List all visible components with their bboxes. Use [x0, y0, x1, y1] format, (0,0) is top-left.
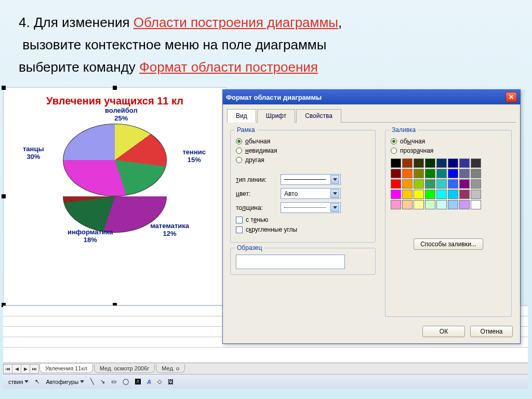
- color-swatch[interactable]: [459, 158, 470, 168]
- color-swatch[interactable]: [448, 169, 458, 178]
- cancel-button[interactable]: Отмена: [470, 326, 513, 337]
- color-swatch[interactable]: [425, 169, 435, 178]
- color-swatch[interactable]: [448, 158, 458, 168]
- sheet-nav-last-icon[interactable]: ⏭: [30, 364, 39, 374]
- pie-label-tennis: теннис15%: [182, 149, 206, 164]
- dialog-tabs: Вид Шрифт Свойства: [227, 109, 516, 123]
- color-swatch[interactable]: [414, 169, 424, 178]
- radio-fill-normal[interactable]: обычная: [391, 138, 506, 145]
- tab-properties[interactable]: Свойства: [296, 109, 341, 123]
- wordart-tool-icon[interactable]: A: [145, 378, 153, 386]
- tab-view[interactable]: Вид: [227, 109, 256, 123]
- color-swatch[interactable]: [402, 200, 413, 209]
- textbox-tool-icon[interactable]: 🅰: [133, 378, 143, 386]
- color-swatch[interactable]: [402, 158, 413, 168]
- color-swatch[interactable]: [391, 190, 401, 199]
- close-icon[interactable]: ✕: [506, 92, 517, 102]
- pie-label-volleyball: волейбол25%: [105, 107, 138, 123]
- color-swatch[interactable]: [471, 169, 481, 178]
- actions-menu[interactable]: ствия: [6, 378, 31, 386]
- combo-color[interactable]: Авто: [281, 188, 341, 199]
- instruction-text: 4. Для изменения Области построения диаг…: [0, 0, 532, 85]
- checkbox-shadow[interactable]: с тенью: [236, 216, 370, 223]
- dialog-titlebar[interactable]: Формат области диаграммы ✕: [223, 90, 520, 104]
- color-swatch[interactable]: [391, 169, 401, 178]
- radio-frame-other[interactable]: другая: [236, 156, 370, 164]
- sheet-nav[interactable]: ⏮ ◀ ▶ ⏭: [3, 364, 38, 374]
- color-swatch[interactable]: [448, 190, 458, 199]
- color-swatch[interactable]: [414, 190, 424, 199]
- color-swatch[interactable]: [459, 179, 470, 189]
- color-swatch[interactable]: [471, 200, 481, 209]
- format-chart-area-dialog: Формат области диаграммы ✕ Вид Шрифт Сво…: [222, 89, 521, 344]
- combo-thickness[interactable]: [281, 202, 341, 213]
- tab-font[interactable]: Шрифт: [257, 109, 295, 123]
- frame-group: Рамка ообычнаябычная невидимая другая ти…: [230, 130, 376, 243]
- chart-plot-area[interactable]: Увлечения учащихся 11 кл волейбол25% тен…: [3, 87, 227, 305]
- sheet-nav-first-icon[interactable]: ⏮: [3, 364, 12, 374]
- color-swatch[interactable]: [448, 179, 458, 189]
- color-swatch[interactable]: [459, 169, 470, 178]
- pie-label-informatics: информатика18%: [68, 229, 113, 244]
- color-swatch[interactable]: [391, 200, 401, 209]
- dialog-title: Формат области диаграммы: [226, 94, 322, 101]
- combo-line-type[interactable]: [281, 174, 341, 185]
- instr-highlight-1: Области построения диаграммы: [134, 15, 338, 30]
- color-swatch[interactable]: [436, 179, 447, 189]
- arrow-tool-icon[interactable]: ↘: [98, 377, 107, 386]
- sheet-tab-3[interactable]: Мед. о: [156, 364, 185, 373]
- color-swatch[interactable]: [414, 200, 424, 209]
- instr-highlight-2: Формат области построения: [139, 59, 318, 75]
- color-swatch[interactable]: [402, 169, 413, 178]
- color-swatch[interactable]: [436, 158, 447, 168]
- color-swatch[interactable]: [448, 200, 458, 209]
- color-swatch[interactable]: [471, 190, 481, 199]
- sheet-tab-active[interactable]: Увлечения 11кл: [39, 364, 93, 373]
- instr-prefix: 4. Для изменения: [19, 15, 134, 30]
- radio-frame-normal[interactable]: ообычнаябычная: [236, 138, 370, 145]
- color-swatch[interactable]: [391, 179, 401, 189]
- color-swatch[interactable]: [402, 179, 413, 189]
- sample-legend: Образец: [235, 244, 264, 251]
- fill-methods-button[interactable]: Способы заливки...: [414, 238, 483, 250]
- color-swatch[interactable]: [414, 179, 424, 189]
- frame-legend: Рамка: [235, 126, 257, 134]
- color-swatch[interactable]: [436, 169, 447, 178]
- instr-line2: вызовите контекстное меню на поле диагра…: [22, 37, 326, 52]
- ok-button[interactable]: ОК: [422, 326, 465, 337]
- pie-chart[interactable]: волейбол25% теннис15% математика12% инфо…: [55, 124, 175, 222]
- sheet-nav-next-icon[interactable]: ▶: [21, 364, 30, 374]
- label-color: цвет:: [236, 190, 275, 197]
- color-swatch[interactable]: [402, 190, 413, 199]
- pie-label-dance: танцы30%: [23, 145, 44, 161]
- sample-preview: [236, 255, 345, 269]
- color-swatch[interactable]: [425, 158, 435, 168]
- color-swatch[interactable]: [436, 200, 447, 209]
- color-swatch[interactable]: [425, 200, 435, 209]
- line-tool-icon[interactable]: ╲: [88, 377, 96, 386]
- radio-fill-transparent[interactable]: прозрачная: [391, 147, 506, 154]
- color-swatch[interactable]: [436, 190, 447, 199]
- diagram-tool-icon[interactable]: ◇: [155, 377, 164, 386]
- sheet-nav-prev-icon[interactable]: ◀: [12, 364, 21, 374]
- oval-tool-icon[interactable]: ◯: [121, 377, 131, 386]
- clipart-tool-icon[interactable]: 🖼: [166, 378, 176, 386]
- select-tool-icon[interactable]: ↖: [33, 377, 42, 386]
- color-swatch[interactable]: [471, 158, 481, 168]
- rect-tool-icon[interactable]: ▭: [109, 377, 118, 386]
- autoshapes-menu[interactable]: Автофигуры: [44, 378, 86, 386]
- color-swatch[interactable]: [459, 200, 470, 209]
- color-swatch[interactable]: [471, 179, 481, 189]
- label-thickness: толщина:: [236, 204, 275, 211]
- color-swatch[interactable]: [414, 158, 424, 168]
- radio-frame-invisible[interactable]: невидимая: [236, 147, 370, 154]
- label-line-type: тип линии:: [236, 176, 275, 183]
- fill-legend: Заливка: [390, 126, 418, 134]
- checkbox-rounded[interactable]: скругленные углы: [236, 226, 370, 233]
- sheet-tab-2[interactable]: Мед. осмотр 2006г: [94, 364, 155, 373]
- color-swatch[interactable]: [459, 190, 470, 199]
- color-swatch[interactable]: [425, 179, 435, 189]
- fill-group: Заливка обычная прозрачная Способы залив…: [385, 130, 512, 317]
- color-swatch[interactable]: [391, 158, 401, 168]
- color-swatch[interactable]: [425, 190, 435, 199]
